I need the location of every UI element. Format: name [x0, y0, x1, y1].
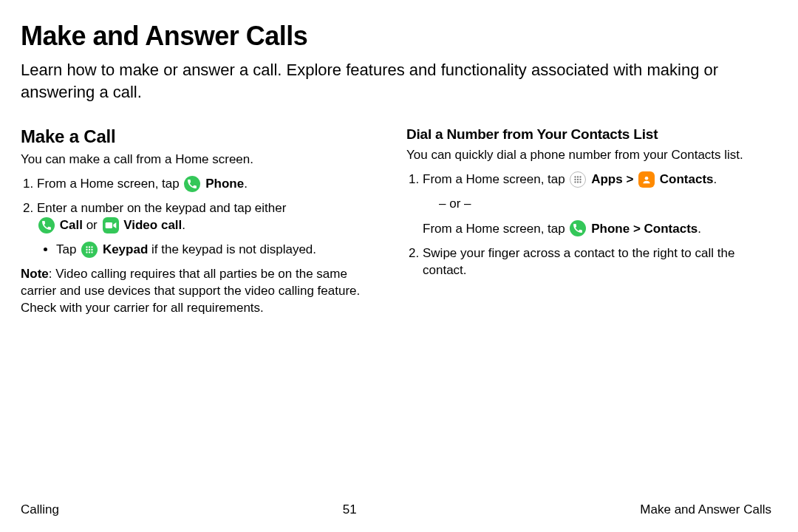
- svg-point-17: [577, 181, 579, 183]
- contacts-icon: [638, 171, 655, 188]
- dial-contacts-lead: You can quickly dial a phone number from…: [406, 147, 771, 164]
- svg-point-14: [577, 179, 579, 180]
- note-body: : Video calling requires that all partie…: [21, 267, 360, 315]
- r-step1-a: From a Home screen, tap: [423, 172, 568, 186]
- svg-point-10: [575, 176, 576, 177]
- document-page: Make and Answer Calls Learn how to make …: [0, 0, 798, 532]
- step-2: Enter a number on the keypad and tap eit…: [37, 200, 386, 259]
- footer-left: Calling: [21, 502, 59, 517]
- svg-point-8: [89, 251, 90, 253]
- keypad-bullet: Tap Keypad if the keypad is not displaye…: [56, 242, 386, 259]
- step-1-text-c: .: [244, 177, 248, 191]
- svg-point-12: [580, 176, 582, 177]
- keypad-icon: [81, 242, 98, 258]
- apps-icon: [570, 171, 586, 188]
- svg-point-11: [577, 176, 579, 177]
- bullet-text-c: if the keypad is not displayed.: [148, 242, 316, 256]
- right-step-2: Swipe your finger across a contact to th…: [423, 245, 771, 279]
- note-label: Note: [21, 267, 49, 281]
- svg-point-5: [89, 248, 90, 250]
- svg-point-18: [580, 181, 582, 183]
- two-column-layout: Make a Call You can make a call from a H…: [21, 126, 771, 317]
- make-a-call-lead: You can make a call from a Home screen.: [21, 151, 386, 168]
- dial-contacts-steps: From a Home screen, tap Apps > Contacts.…: [406, 171, 771, 279]
- alt-contacts-label: Contacts: [644, 222, 698, 236]
- right-step-1: From a Home screen, tap Apps > Contacts.…: [423, 171, 771, 238]
- footer-page-number: 51: [343, 502, 357, 517]
- apps-label: Apps: [591, 172, 623, 186]
- svg-point-4: [86, 248, 87, 250]
- video-call-icon: [103, 217, 119, 233]
- svg-point-6: [91, 248, 92, 250]
- make-a-call-steps: From a Home screen, tap Phone. Enter a n…: [21, 176, 386, 259]
- svg-point-7: [86, 251, 87, 253]
- note-paragraph: Note: Video calling requires that all pa…: [21, 266, 386, 317]
- left-column: Make a Call You can make a call from a H…: [21, 126, 386, 317]
- make-a-call-heading: Make a Call: [21, 126, 386, 147]
- step-2-text-a: Enter a number on the keypad and tap eit…: [37, 201, 286, 215]
- footer-right: Make and Answer Calls: [640, 502, 771, 517]
- call-icon: [38, 217, 55, 233]
- alt-path: From a Home screen, tap Phone > Contacts…: [423, 219, 771, 239]
- svg-point-1: [86, 246, 87, 248]
- svg-point-3: [91, 246, 92, 248]
- bullet-text-a: Tap: [56, 242, 80, 256]
- svg-point-2: [89, 246, 90, 248]
- svg-rect-0: [105, 222, 112, 228]
- step-1: From a Home screen, tap Phone.: [37, 176, 386, 193]
- alt-sep: >: [630, 222, 644, 236]
- right-column: Dial a Number from Your Contacts List Yo…: [406, 126, 771, 317]
- phone-label: Phone: [205, 177, 244, 191]
- page-title: Make and Answer Calls: [21, 21, 771, 52]
- call-label: Call: [60, 218, 83, 232]
- contacts-label: Contacts: [660, 172, 714, 186]
- step-1-text-a: From a Home screen, tap: [37, 177, 183, 191]
- intro-paragraph: Learn how to make or answer a call. Expl…: [21, 59, 760, 103]
- step-2-or: or: [86, 218, 101, 232]
- svg-point-9: [91, 251, 92, 253]
- svg-point-16: [575, 181, 576, 183]
- svg-point-19: [645, 177, 649, 180]
- page-footer: Calling 51 Make and Answer Calls: [21, 502, 771, 517]
- or-text: – or –: [439, 194, 771, 214]
- sub-bullets: Tap Keypad if the keypad is not displaye…: [37, 242, 386, 259]
- svg-point-13: [575, 179, 576, 180]
- alt-a: From a Home screen, tap: [423, 222, 568, 236]
- alt-c: .: [698, 222, 701, 236]
- video-call-label: Video call: [123, 218, 182, 232]
- alt-phone-label: Phone: [591, 222, 630, 236]
- dial-contacts-heading: Dial a Number from Your Contacts List: [406, 126, 771, 143]
- keypad-label: Keypad: [103, 242, 148, 256]
- r-sep: >: [623, 172, 637, 186]
- svg-point-15: [580, 179, 582, 180]
- phone-icon-2: [570, 220, 586, 236]
- phone-icon: [184, 176, 200, 192]
- r-step1-c: .: [714, 172, 717, 186]
- step-2-text-c: .: [182, 218, 185, 232]
- or-block: – or –: [423, 194, 771, 214]
